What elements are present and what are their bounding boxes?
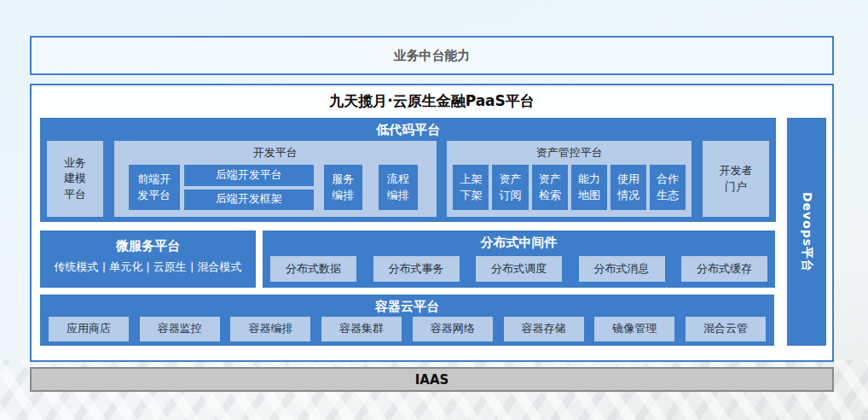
business-middle-platform-label: 业务中台能力 [394,48,471,64]
asset-item: 能力地图 [571,165,607,210]
low-code-content-row: 业务建模平台 开发平台 前端开发平台 后端开发平台 后端开发框架 [47,141,769,217]
asset-item: 资产检索 [532,165,568,210]
container-cloud-item: 混合云管 [686,317,766,341]
container-cloud-item: 容器存储 [504,317,584,341]
backend-dev-platform-label: 后端开发平台 [216,167,282,184]
asset-control-items-row: 上架下架 资产订阅 资产检索 能力地图 使用情况 合作生态 [453,165,686,210]
container-cloud-item: 容器集群 [321,317,402,341]
container-cloud-item: 镜像管理 [594,317,674,341]
middleware-item: 分布式缓存 [681,256,767,282]
business-middle-platform-banner: 业务中台能力 [30,36,834,75]
asset-item: 资产订阅 [492,165,528,210]
frontend-dev-platform-label: 前端开发平台 [136,172,173,204]
iaas-label: IAAS [415,372,449,388]
platform-title: 九天揽月·云原生金融PaaS平台 [32,91,832,111]
service-orchestration-box: 服务编排 [324,165,362,210]
low-code-platform-title: 低代码平台 [40,118,776,139]
container-cloud-item: 容器监控 [140,317,220,341]
business-modeling-box: 业务建模平台 [47,141,103,217]
container-cloud-item: 容器编排 [230,317,310,341]
middleware-item: 分布式消息 [579,256,665,282]
developer-portal-box: 开发者门户 [703,141,769,217]
frontend-dev-platform-box: 前端开发平台 [129,165,180,210]
container-cloud-item: 容器网络 [413,317,493,341]
asset-control-group: 资产管控平台 上架下架 资产订阅 资产检索 能力地图 使用情况 合作生态 [447,141,692,217]
paas-platform-frame: 九天揽月·云原生金融PaaS平台 低代码平台 业务建模平台 开发平台 前端开发平… [30,84,834,362]
asset-item-label: 上架下架 [458,172,484,204]
distributed-middleware-section: 分布式中间件 分布式数据 分布式事务 分布式调度 分布式消息 分布式缓存 [263,230,775,288]
distributed-middleware-title: 分布式中间件 [263,230,775,252]
asset-item-label: 资产订阅 [497,172,524,204]
asset-control-title: 资产管控平台 [447,141,692,160]
asset-item-label: 使用情况 [616,172,642,204]
process-orchestration-box: 流程编排 [379,165,418,210]
backend-dev-platform-box: 后端开发平台 [184,165,314,186]
backend-dev-framework-box: 后端开发框架 [184,190,314,211]
middleware-item: 分布式事务 [373,256,460,282]
business-modeling-label: 业务建模平台 [62,155,89,202]
asset-item: 合作生态 [650,165,686,210]
dev-platform-items-row: 前端开发平台 后端开发平台 后端开发框架 服务编排 流程编排 [129,165,428,210]
dev-platform-group: 开发平台 前端开发平台 后端开发平台 后端开发框架 服务编排 [114,141,437,217]
asset-item-label: 合作生态 [655,172,681,204]
service-orchestration-label: 服务编排 [330,172,356,204]
asset-item: 上架下架 [453,165,489,210]
middleware-item: 分布式数据 [270,256,356,282]
asset-item: 使用情况 [610,165,646,210]
developer-portal-label: 开发者门户 [717,163,755,194]
middleware-items-row: 分布式数据 分布式事务 分布式调度 分布式消息 分布式缓存 [270,256,767,282]
iaas-bar: IAAS [30,367,834,392]
asset-item-label: 能力地图 [576,172,603,204]
backend-dev-framework-label: 后端开发框架 [216,191,282,207]
process-orchestration-label: 流程编排 [385,172,411,204]
backend-dev-stack: 后端开发平台 后端开发框架 [184,165,314,210]
asset-item-label: 资产检索 [536,172,563,204]
container-cloud-item: 应用商店 [49,317,129,341]
devops-platform-label: Devops平台 [799,191,814,271]
microservice-platform-section: 微服务平台 传统模式 | 单元化 | 云原生 | 混合模式 [40,230,256,288]
container-cloud-section: 容器云平台 应用商店 容器监控 容器编排 容器集群 容器网络 容器存储 镜像管理… [40,295,774,346]
microservice-platform-title: 微服务平台 [40,238,256,254]
container-cloud-title: 容器云平台 [40,295,774,316]
container-cloud-items-row: 应用商店 容器监控 容器编排 容器集群 容器网络 容器存储 镜像管理 混合云管 [49,317,766,341]
low-code-platform-section: 低代码平台 业务建模平台 开发平台 前端开发平台 后端开发平台 后端开 [40,118,776,222]
microservice-modes: 传统模式 | 单元化 | 云原生 | 混合模式 [40,260,256,275]
middleware-item: 分布式调度 [476,256,562,282]
devops-platform-strip: Devops平台 [787,118,826,346]
dev-platform-title: 开发平台 [114,141,437,160]
